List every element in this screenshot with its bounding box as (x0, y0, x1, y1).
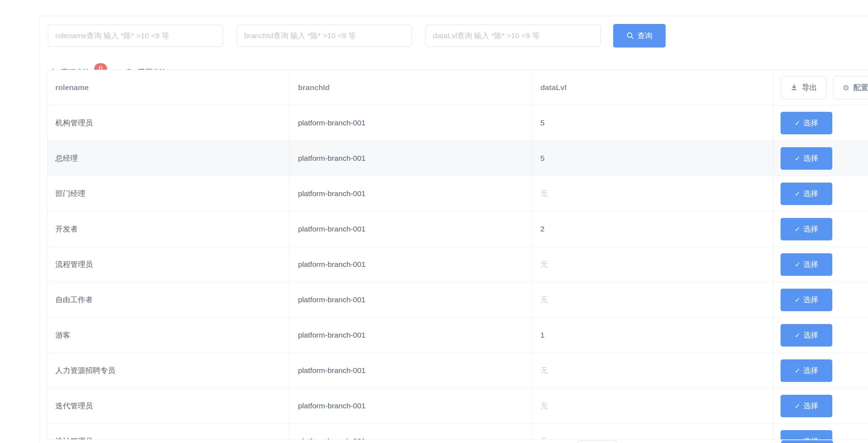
table-row: 设计管理员 platform-branch-001 无 ✓ 选择 (48, 424, 868, 440)
select-button[interactable]: ✓ 选择 (781, 147, 832, 170)
select-button[interactable]: ✓ 选择 (781, 395, 832, 417)
cell-actions: ✓ 选择 (774, 424, 868, 440)
export-button-label: 导出 (802, 83, 817, 93)
datalvl-value: 1 (540, 331, 545, 339)
branchid-value: platform-branch-001 (298, 437, 365, 440)
datalvl-value: 无 (540, 189, 548, 199)
check-icon: ✓ (795, 155, 801, 162)
select-button[interactable]: ✓ 选择 (781, 359, 832, 382)
select-button-label: 选择 (803, 224, 818, 234)
cell-actions: ✓ 选择 (774, 388, 868, 423)
cell-branchid: platform-branch-001 (289, 211, 532, 247)
cell-branchid: platform-branch-001 (289, 388, 532, 423)
rolename-value: 部门经理 (55, 189, 85, 199)
table-row: 部门经理 platform-branch-001 无 ✓ 选择 (48, 176, 868, 211)
table-body: 机构管理员 platform-branch-001 5 ✓ 选择 总经理 pla… (48, 105, 868, 440)
cell-datalvl: 无 (532, 247, 774, 282)
select-button-label: 选择 (803, 259, 818, 269)
cell-branchid: platform-branch-001 (289, 176, 532, 211)
select-button-label: 选择 (803, 295, 818, 305)
select-button[interactable]: ✓ 选择 (781, 253, 832, 276)
cell-rolename: 机构管理员 (48, 105, 289, 140)
select-button[interactable]: ✓ 选择 (781, 218, 832, 240)
cell-datalvl: 无 (532, 388, 774, 423)
rolename-search-input[interactable] (48, 25, 223, 47)
cell-rolename: 迭代管理员 (48, 388, 289, 423)
cell-datalvl: 1 (532, 318, 774, 353)
table-row: 游客 platform-branch-001 1 ✓ 选择 (48, 318, 868, 353)
cell-actions: ✓ 选择 (774, 318, 868, 353)
rolename-value: 自由工作者 (55, 295, 93, 305)
query-button[interactable]: 查询 (613, 24, 666, 48)
select-button-label: 选择 (803, 118, 818, 128)
page-size-select-clipped[interactable] (577, 440, 616, 443)
branchid-value: platform-branch-001 (298, 154, 365, 163)
select-button[interactable]: ✓ 选择 (781, 324, 832, 347)
cell-datalvl: 2 (532, 211, 774, 247)
cell-branchid: platform-branch-001 (289, 105, 532, 140)
branchid-value: platform-branch-001 (298, 295, 365, 304)
roles-table: rolename branchId dataLvl 导出 (47, 70, 868, 440)
cell-datalvl: 5 (532, 105, 774, 140)
cell-actions: ✓ 选择 (774, 105, 868, 140)
select-button[interactable]: ✓ 选择 (781, 183, 832, 205)
table-header: rolename branchId dataLvl 导出 (48, 70, 868, 105)
datalvl-search-input[interactable] (425, 25, 601, 47)
branchid-value: platform-branch-001 (298, 119, 365, 127)
select-button-clipped[interactable] (781, 440, 833, 443)
column-header-rolename: rolename (48, 70, 289, 105)
datalvl-value: 无 (540, 365, 548, 375)
rolename-value: 流程管理员 (55, 259, 93, 269)
cell-actions: ✓ 选择 (774, 141, 868, 176)
check-icon: ✓ (795, 261, 801, 268)
cell-rolename: 自由工作者 (48, 282, 289, 317)
branchid-value: platform-branch-001 (298, 366, 365, 375)
config-button-label: 配置 (853, 83, 868, 93)
cell-branchid: platform-branch-001 (289, 318, 532, 353)
gear-icon: ⚙ (843, 84, 849, 91)
search-icon (626, 32, 634, 40)
cell-actions: ✓ 选择 (774, 211, 868, 247)
table-actions-header: 导出 ⚙ 配置 (774, 70, 868, 105)
check-icon: ✓ (795, 190, 801, 197)
config-button[interactable]: ⚙ 配置 (833, 76, 868, 99)
cell-datalvl: 无 (532, 282, 774, 317)
column-header-branchid: branchId (289, 70, 532, 105)
branchid-search-input[interactable] (237, 25, 412, 47)
select-button[interactable]: ✓ 选择 (781, 112, 832, 134)
table-row: 迭代管理员 platform-branch-001 无 ✓ 选择 (48, 388, 868, 424)
cell-rolename: 人力资源招聘专员 (48, 353, 289, 388)
cell-rolename: 流程管理员 (48, 247, 289, 282)
table-row: 开发者 platform-branch-001 2 ✓ 选择 (48, 211, 868, 247)
column-header-datalvl: dataLvl (532, 70, 774, 105)
rolename-value: 人力资源招聘专员 (55, 365, 115, 375)
datalvl-value: 无 (540, 436, 548, 440)
rolename-value: 开发者 (55, 224, 78, 234)
select-button-label: 选择 (803, 189, 818, 199)
query-button-label: 查询 (637, 31, 652, 41)
branchid-value: platform-branch-001 (298, 260, 365, 269)
cell-rolename: 开发者 (48, 211, 289, 247)
select-button[interactable]: ✓ 选择 (781, 289, 832, 311)
table-row: 人力资源招聘专员 platform-branch-001 无 ✓ 选择 (48, 353, 868, 388)
cell-actions: ✓ 选择 (774, 353, 868, 388)
datalvl-value: 无 (540, 259, 548, 269)
table-row: 自由工作者 platform-branch-001 无 ✓ 选择 (48, 282, 868, 318)
select-button[interactable]: ✓ 选择 (781, 430, 832, 440)
check-icon: ✓ (795, 332, 801, 339)
export-button[interactable]: 导出 (781, 76, 827, 99)
cell-rolename: 总经理 (48, 141, 289, 176)
check-icon: ✓ (795, 403, 801, 409)
cell-datalvl: 5 (532, 141, 774, 176)
rolename-value: 迭代管理员 (55, 401, 93, 411)
rolename-value: 设计管理员 (55, 436, 93, 440)
branchid-value: platform-branch-001 (298, 331, 365, 339)
cell-branchid: platform-branch-001 (289, 353, 532, 388)
cell-actions: ✓ 选择 (774, 282, 868, 317)
cell-datalvl: 无 (532, 353, 774, 388)
table-row: 机构管理员 platform-branch-001 5 ✓ 选择 (48, 105, 868, 141)
cell-rolename: 游客 (48, 318, 289, 353)
select-button-label: 选择 (803, 401, 818, 411)
select-button-label: 选择 (803, 365, 818, 375)
cell-branchid: platform-branch-001 (289, 141, 532, 176)
